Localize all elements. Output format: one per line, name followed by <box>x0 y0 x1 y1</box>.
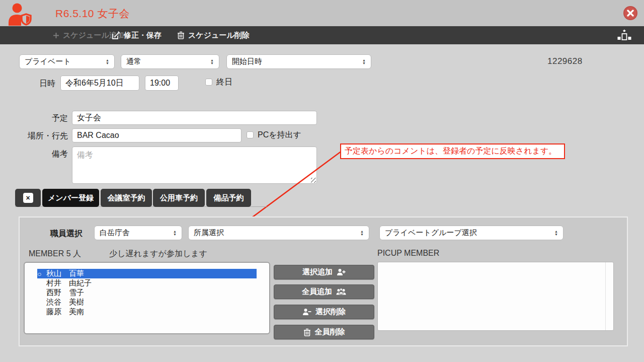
tab-member-register[interactable]: メンバー登録 <box>42 189 99 207</box>
close-square-icon: × <box>23 193 33 203</box>
remove-all-button[interactable]: 全員削除 <box>274 325 374 339</box>
tab-equipment[interactable]: 備品予約 <box>206 189 251 207</box>
person-minus-icon <box>302 308 311 316</box>
add-all-button[interactable]: 全員追加 <box>274 284 374 299</box>
podium-icon[interactable] <box>617 29 632 41</box>
tab-meeting-room[interactable]: 会議室予約 <box>101 189 152 207</box>
people-icon <box>336 288 346 296</box>
category-select[interactable]: プライベート ▲▼ <box>19 54 115 69</box>
place-label: 場所・行先 <box>10 131 68 141</box>
tab-close-button[interactable]: × <box>15 189 41 207</box>
annotation-text: 予定表からのコメントは、登録者の予定に反映されます。 <box>345 146 556 157</box>
resize-grip[interactable] <box>311 178 316 183</box>
pc-checkbox[interactable] <box>247 131 254 138</box>
add-selected-button[interactable]: 選択追加 <box>274 265 374 279</box>
annotation-box: 予定表からのコメントは、登録者の予定に反映されます。 <box>340 143 565 159</box>
allday-checkbox[interactable] <box>205 79 212 86</box>
pc-label: PCを持出す <box>258 130 301 140</box>
member-list-item[interactable]: 藤原 美南 <box>37 307 257 317</box>
note-textarea[interactable] <box>72 147 317 184</box>
chevron-updown-icon: ▲▼ <box>210 59 214 65</box>
date-input[interactable] <box>60 76 139 91</box>
chevron-updown-icon: ▲▼ <box>362 59 366 65</box>
schedule-id: 1229628 <box>547 56 583 66</box>
toolbar: スケジュール追加 修正・保存 スケジュール削除 <box>0 26 644 44</box>
member-list-item[interactable]: 渋谷 美樹 <box>37 298 257 307</box>
attendance-marker: ○ <box>37 270 46 278</box>
member-list-item[interactable]: 西野 雪子 <box>37 288 257 298</box>
datetime-label: 日時 <box>30 79 55 89</box>
private-group-select[interactable]: プライベートグループ選択 ▲▼ <box>379 226 564 240</box>
title-bar: R6.5.10 女子会 <box>0 0 644 26</box>
place-input[interactable] <box>72 128 242 142</box>
remove-selected-button[interactable]: 選択削除 <box>274 305 374 319</box>
schedule-delete-button[interactable]: スケジュール削除 <box>177 31 250 40</box>
trash-icon <box>177 31 185 39</box>
subject-input[interactable] <box>72 111 317 125</box>
subject-label: 予定 <box>10 113 68 124</box>
plus-icon <box>53 32 59 39</box>
start-datetime-select[interactable]: 開始日時 ▲▼ <box>226 54 371 69</box>
user-shield-icon <box>5 3 33 26</box>
chevron-updown-icon: ▲▼ <box>106 59 109 65</box>
type-select[interactable]: 通常 ▲▼ <box>121 54 219 69</box>
staff-select-label: 職員選択 <box>50 229 83 239</box>
member-panel: 職員選択 白岳庁舎 ▲▼ 所属選択 ▲▼ プライベートグループ選択 ▲▼ MEM… <box>19 216 628 346</box>
picup-member-label: PICUP MEMBER <box>377 249 439 258</box>
member-list-item[interactable]: 村井 由紀子 <box>37 278 257 288</box>
person-plus-icon <box>337 268 346 276</box>
scrollbar-track[interactable] <box>605 262 606 330</box>
chevron-updown-icon: ▲▼ <box>554 230 558 236</box>
save-button[interactable]: 修正・保存 <box>112 31 162 40</box>
picup-member-listbox[interactable] <box>377 262 614 331</box>
member-comment: 少し遅れますが参加します <box>109 249 207 259</box>
office-select[interactable]: 白岳庁舎 ▲▼ <box>94 226 182 240</box>
page-title: R6.5.10 女子会 <box>55 7 130 21</box>
department-select[interactable]: 所属選択 ▲▼ <box>188 226 369 240</box>
member-listbox[interactable]: ○ 秋山 百華 村井 由紀子 西野 雪子 渋谷 美樹 藤原 美南 <box>24 262 270 334</box>
chevron-updown-icon: ▲▼ <box>360 230 364 236</box>
trash-icon <box>303 328 311 336</box>
time-input[interactable] <box>145 76 179 91</box>
chevron-updown-icon: ▲▼ <box>173 230 177 236</box>
allday-label: 終日 <box>216 77 232 88</box>
edit-icon <box>112 31 120 40</box>
member-count-label: MEMBER 5 人 <box>29 249 81 259</box>
close-icon[interactable] <box>623 6 637 20</box>
tab-official-car[interactable]: 公用車予約 <box>153 189 205 207</box>
note-label: 備考 <box>10 149 68 160</box>
member-list-item[interactable]: ○ 秋山 百華 <box>37 269 257 278</box>
